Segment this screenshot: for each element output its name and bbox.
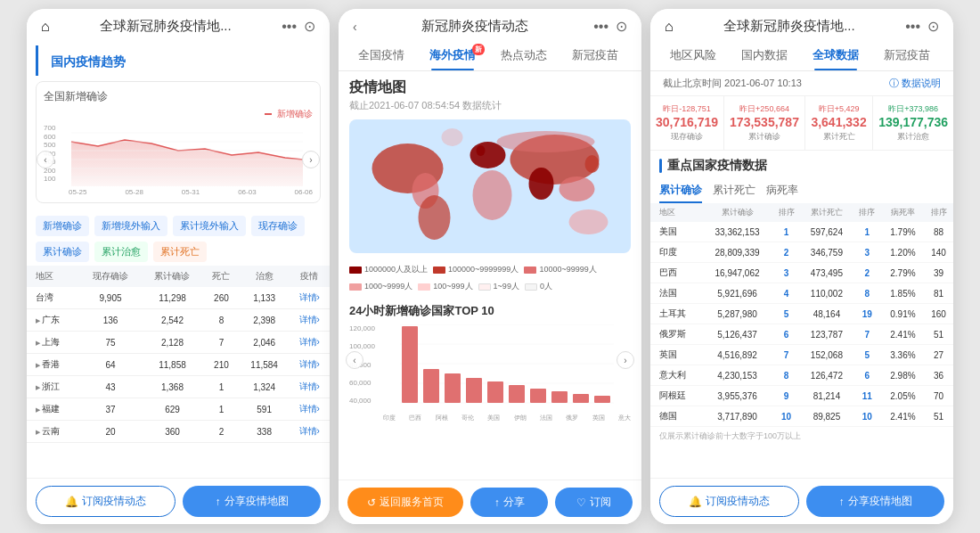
table-row: 福建 37 629 1 591 详情› [27, 398, 330, 421]
share-label: 分享疫情地图 [225, 494, 289, 509]
more-icon[interactable]: ••• [593, 19, 608, 35]
bar-chart-title: 24小时新增确诊国家TOP 10 [349, 303, 631, 319]
stat-btn-jingwai[interactable]: 新增境外输入 [94, 216, 167, 236]
stat-btn-xiancun[interactable]: 现存确诊 [251, 216, 305, 236]
bar-chart-section: 24小时新增确诊国家TOP 10 120,000100,00080,00060,… [339, 298, 641, 428]
chart-title: 全国新增确诊 [44, 89, 313, 104]
share3-icon: ↑ [839, 496, 845, 508]
chart-svg [65, 124, 309, 186]
tab-quanqiushuju[interactable]: 全球数据 [800, 40, 871, 70]
chart-nav-left[interactable]: ‹ [37, 151, 54, 168]
legend-dot [265, 113, 272, 115]
stat-label-death: 累计死亡 [811, 131, 867, 143]
chart-area: ‹ 700600500400300200100 [44, 124, 313, 195]
legend-color [349, 283, 362, 291]
country-data-table: 地区 累计确诊 排序 累计死亡 排序 病死率 排序 美国 33,362,153 … [650, 203, 953, 427]
more-icon[interactable]: ••• [282, 19, 297, 35]
share3-btn[interactable]: ↑ 分享疫情地图 [806, 486, 944, 517]
return-label: 返回服务首页 [380, 495, 444, 510]
country-tab-leiji[interactable]: 累计确诊 [659, 183, 702, 203]
share-label: 分享 [503, 495, 525, 510]
legend-color [478, 283, 491, 291]
tab-redian[interactable]: 热点动态 [488, 40, 559, 70]
chart-nav-right[interactable]: › [302, 151, 320, 168]
svg-rect-27 [466, 378, 482, 403]
phone-3: ⌂ 全球新冠肺炎疫情地... ••• ⊙ 地区风险 国内数据 全球数据 新冠疫苗 [650, 9, 953, 524]
subscribe3-label: 订阅疫情动态 [706, 494, 770, 509]
subscribe2-btn[interactable]: ♡ 订阅 [555, 488, 633, 517]
map-subtitle: 截止2021-06-07 08:54:54 数据统计 [349, 99, 631, 112]
subscribe-label: 订阅疫情动态 [82, 494, 146, 509]
phone2-share-btn[interactable]: ↑ 分享 [470, 488, 548, 517]
table-row: 上海 75 2,128 7 2,046 详情› [27, 332, 330, 354]
svg-point-9 [470, 142, 506, 168]
legend-item: 10000~99999人 [524, 264, 596, 275]
legend-item: 100~999人 [418, 281, 472, 292]
phone1-chart: 全国新增确诊 新增确诊 ‹ 700600500400300200100 [36, 81, 321, 203]
phone2-content: 疫情地图 截止2021-06-07 08:54:54 数据统计 [339, 71, 641, 480]
stat-label-current: 现存确诊 [656, 131, 718, 143]
stat-btn-xinzeng[interactable]: 新增确诊 [36, 216, 89, 236]
subscribe-btn[interactable]: 🔔 订阅疫情动态 [36, 486, 176, 517]
phone1-stat-btns: 新增确诊 新增境外输入 累计境外输入 现存确诊 累计确诊 累计治愈 累计死亡 [27, 209, 330, 266]
tab-quanguo[interactable]: 全国疫情 [346, 40, 417, 70]
legend-color [524, 266, 536, 274]
svg-point-10 [473, 170, 512, 220]
th-region: 地区 [27, 266, 79, 287]
svg-rect-29 [509, 385, 525, 403]
legend-item: 1000000人及以上 [349, 264, 428, 275]
phone1-header-icons: ••• ⊙ [282, 18, 315, 35]
home-icon[interactable]: ⌂ [41, 19, 50, 35]
target-icon[interactable]: ⊙ [927, 18, 939, 35]
chart-x-labels: 05-2505-2805-3106-0306-06 [69, 188, 313, 196]
stat-cell-current: 昨日-128,751 30,716,719 现存确诊 [650, 96, 724, 151]
phone3-title: 全球新冠肺炎疫情地... [723, 18, 855, 35]
svg-point-14 [569, 209, 608, 234]
tab-yimiao3[interactable]: 新冠疫苗 [871, 40, 943, 70]
stat-btn-leijing[interactable]: 累计境外输入 [173, 216, 246, 236]
stat-btn-siwang[interactable]: 累计死亡 [153, 242, 207, 262]
phone-1: ⌂ 全球新冠肺炎疫情地... ••• ⊙ 国内疫情趋势 全国新增确诊 新增确诊 … [27, 9, 330, 524]
back-icon[interactable]: ‹ [353, 20, 357, 34]
th-current: 现存确诊 [79, 266, 141, 287]
svg-point-17 [585, 155, 600, 173]
phone1-title: 全球新冠肺炎疫情地... [100, 18, 232, 35]
stat-num-total: 173,535,787 [730, 115, 799, 129]
stat-label-heal: 累计治愈 [878, 131, 948, 143]
phone1-bottom-btns: 🔔 订阅疫情动态 ↑ 分享疫情地图 [27, 478, 330, 524]
subscribe3-btn[interactable]: 🔔 订阅疫情动态 [659, 486, 799, 517]
tab-guoneishuju[interactable]: 国内数据 [729, 40, 800, 70]
stat-cell-death: 昨日+5,429 3,641,332 累计死亡 [805, 96, 873, 151]
phone2-bottom-btns: ↺ 返回服务首页 ↑ 分享 ♡ 订阅 [339, 480, 641, 524]
phone3-header-icons: ••• ⊙ [905, 18, 939, 35]
legend-item: 1000~9999人 [349, 281, 412, 292]
stat-btn-zhiyu[interactable]: 累计治愈 [94, 242, 148, 262]
country-row: 俄罗斯 5,126,437 6 123,787 7 2.41% 51 [650, 324, 953, 345]
svg-rect-33 [594, 396, 610, 403]
country-tab-bingsi[interactable]: 病死率 [766, 183, 798, 203]
country-row: 印度 28,809,339 2 346,759 3 1.20% 140 [650, 242, 953, 263]
target-icon[interactable]: ⊙ [304, 18, 315, 35]
stat-btn-leiji[interactable]: 累计确诊 [36, 242, 89, 262]
target-icon[interactable]: ⊙ [616, 18, 627, 35]
tab-yimiao[interactable]: 新冠疫苗 [559, 40, 631, 70]
legend-color [418, 283, 430, 291]
phone-2: ‹ 新冠肺炎疫情动态 ••• ⊙ 全国疫情 海外疫情 新 热点动态 新冠疫苗 [339, 9, 641, 524]
home-icon-3[interactable]: ⌂ [665, 19, 674, 35]
more-icon[interactable]: ••• [905, 19, 920, 35]
return-home-btn[interactable]: ↺ 返回服务首页 [347, 488, 463, 517]
phone2-header: ‹ 新冠肺炎疫情动态 ••• ⊙ [339, 9, 641, 40]
svg-point-8 [419, 195, 451, 240]
data-note[interactable]: ⓘ 数据说明 [889, 77, 941, 90]
tab-haiwai[interactable]: 海外疫情 新 [417, 40, 488, 70]
bar-nav-left[interactable]: ‹ [346, 351, 363, 369]
share-btn[interactable]: ↑ 分享疫情地图 [183, 486, 321, 517]
country-row: 意大利 4,230,153 8 126,472 6 2.98% 36 [650, 365, 953, 386]
country-tab-siwang[interactable]: 累计死亡 [713, 183, 755, 203]
tab-diqufengxian[interactable]: 地区风险 [657, 40, 729, 70]
table-row: 浙江 43 1,368 1 1,324 详情› [27, 376, 330, 398]
phone3-header: ⌂ 全球新冠肺炎疫情地... ••• ⊙ [650, 9, 953, 40]
bar-nav-right[interactable]: › [617, 351, 634, 369]
global-date-header: 截止北京时间 2021-06-07 10:13 ⓘ 数据说明 [650, 71, 953, 96]
svg-rect-24 [402, 326, 418, 403]
